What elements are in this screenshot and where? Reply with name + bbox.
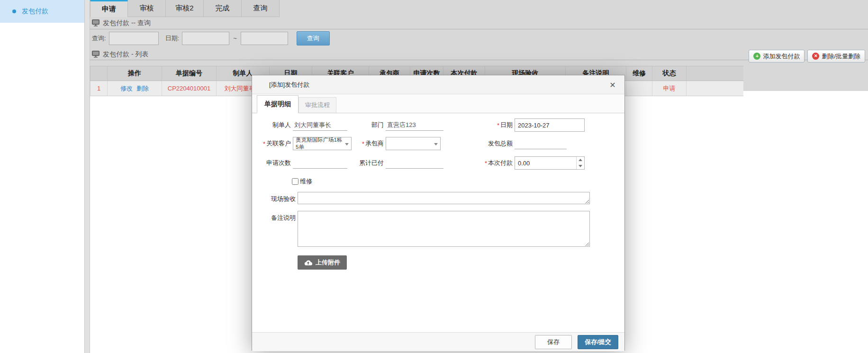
arrow-up-icon	[579, 159, 582, 161]
payment-input[interactable]	[515, 160, 571, 167]
edit-link[interactable]: 修改	[120, 84, 133, 93]
payment-label: 本次付款	[488, 159, 513, 167]
apply-count-label: 申请次数	[266, 159, 291, 167]
date-field: *日期	[461, 118, 585, 132]
upload-attachment-label: 上传附件	[316, 258, 340, 267]
required-mark: *	[485, 160, 487, 167]
date-from-input[interactable]	[182, 32, 229, 45]
tab-apply[interactable]: 申请	[90, 0, 128, 17]
date-field-label: 日期	[500, 121, 513, 129]
add-payment-dialog: [添加]发包付款 ✕ 单据明细 审批流程 制单人 部门 *日期 *关联客	[252, 75, 625, 351]
date-to-input[interactable]	[241, 32, 288, 45]
department-input[interactable]	[386, 119, 443, 131]
query-section-header: 发包付款 -- 查询	[90, 17, 868, 29]
tab-bar: 申请 审核 审核2 完成 查询	[90, 0, 868, 17]
tab-complete[interactable]: 完成	[204, 0, 242, 17]
spinner-up-button[interactable]	[577, 157, 584, 163]
cloud-upload-icon	[304, 260, 312, 266]
sidebar-splitter[interactable]	[84, 0, 90, 353]
remark-label: 备注说明	[253, 211, 296, 247]
list-toolbar: + 添加发包付款 ✕ 删除/批量删除	[749, 50, 865, 63]
contractor-field: *承包商	[345, 136, 441, 151]
col-actions: 操作	[108, 66, 162, 81]
repair-label: 维修	[300, 177, 312, 186]
creator-label: 制单人	[272, 121, 291, 129]
dialog-header: [添加]发包付款 ✕	[252, 75, 624, 94]
dialog-footer: 保存 保存/提交	[252, 332, 624, 351]
tab-query[interactable]: 查询	[242, 0, 280, 17]
row-filler	[687, 81, 743, 96]
apply-count-input[interactable]	[293, 157, 347, 169]
add-payment-button[interactable]: + 添加发包付款	[749, 50, 805, 63]
row-actions: 修改 删除	[108, 81, 162, 96]
close-icon[interactable]: ✕	[607, 80, 618, 90]
delete-batch-button[interactable]: ✕ 删除/批量删除	[807, 50, 865, 63]
row-index: 1	[90, 81, 108, 96]
query-form: 查询: 日期: ~ 查询	[90, 29, 868, 47]
creator-field: 制单人	[252, 118, 347, 132]
chevron-down-icon	[434, 143, 438, 145]
paid-input[interactable]	[386, 157, 443, 169]
date-label: 日期:	[165, 34, 180, 43]
total-amount-input[interactable]	[515, 138, 567, 149]
repair-field: 维修	[292, 176, 312, 187]
query-input[interactable]	[109, 32, 159, 45]
search-button[interactable]: 查询	[297, 31, 330, 45]
acceptance-textarea[interactable]	[298, 192, 590, 204]
payment-number-input	[515, 156, 585, 170]
creator-input[interactable]	[293, 119, 347, 131]
dialog-tab-bar: 单据明细 审批流程	[252, 94, 624, 113]
row-repair	[626, 81, 652, 96]
date-range-tilde: ~	[233, 35, 237, 42]
plus-circle-icon: +	[753, 53, 760, 60]
required-mark: *	[263, 140, 265, 147]
dialog-body: 制单人 部门 *日期 *关联客户 奥克斯国际广场1栋5单 *承包商	[252, 113, 624, 332]
upload-attachment-button[interactable]: 上传附件	[298, 255, 347, 270]
department-label: 部门	[371, 121, 384, 129]
col-repair: 维修	[626, 66, 652, 81]
row-doc-no: CP2204010001	[162, 81, 217, 96]
payment-field: *本次付款	[461, 156, 585, 170]
customer-label: 关联客户	[266, 139, 291, 148]
query-label: 查询:	[92, 34, 106, 43]
list-section-header: 发包付款 - 列表 + 添加发包付款 ✕ 删除/批量删除	[90, 49, 868, 62]
save-button[interactable]: 保存	[535, 335, 572, 349]
dialog-title: [添加]发包付款	[269, 81, 309, 89]
required-mark: *	[362, 140, 364, 147]
department-field: 部门	[345, 118, 443, 132]
paid-field: 累计已付	[345, 156, 443, 170]
tab-approval-flow[interactable]: 审批流程	[298, 97, 336, 113]
spinner-down-button[interactable]	[577, 163, 584, 169]
cross-circle-icon: ✕	[812, 53, 819, 60]
sidebar-item-contract-payment[interactable]: 发包付款	[0, 0, 84, 23]
app-window: 发包付款 申请 审核 审核2 完成 查询 发包付款 -- 查	[0, 0, 868, 353]
customer-select[interactable]: 奥克斯国际广场1栋5单	[293, 137, 352, 150]
query-section-title: 发包付款 -- 查询	[103, 19, 151, 27]
tab-review[interactable]: 审核	[128, 0, 166, 17]
add-payment-label: 添加发包付款	[763, 52, 800, 61]
tab-review2[interactable]: 审核2	[166, 0, 204, 17]
tab-document-detail[interactable]: 单据明细	[257, 95, 298, 113]
col-index	[90, 66, 108, 81]
sidebar: 发包付款	[0, 0, 84, 353]
acceptance-field: 现场验收	[253, 192, 590, 204]
acceptance-label: 现场验收	[253, 192, 296, 204]
delete-link[interactable]: 删除	[136, 84, 149, 93]
sidebar-item-label: 发包付款	[22, 7, 48, 16]
list-section-title: 发包付款 - 列表	[103, 50, 148, 59]
bullet-icon	[12, 9, 16, 13]
col-filler	[687, 66, 743, 81]
repair-checkbox[interactable]	[292, 178, 298, 185]
apply-count-field: 申请次数	[252, 156, 347, 170]
total-amount-field: 发包总额	[461, 136, 567, 151]
total-amount-label: 发包总额	[488, 139, 513, 148]
remark-field: 备注说明	[253, 211, 590, 247]
contractor-select[interactable]	[386, 137, 441, 150]
contractor-label: 承包商	[365, 139, 384, 148]
customer-select-value: 奥克斯国际广场1栋5单	[296, 136, 344, 151]
required-mark: *	[497, 122, 499, 129]
save-submit-button[interactable]: 保存/提交	[578, 335, 618, 349]
date-input[interactable]	[515, 118, 585, 132]
remark-textarea[interactable]	[298, 211, 590, 247]
arrow-down-icon	[579, 165, 582, 167]
